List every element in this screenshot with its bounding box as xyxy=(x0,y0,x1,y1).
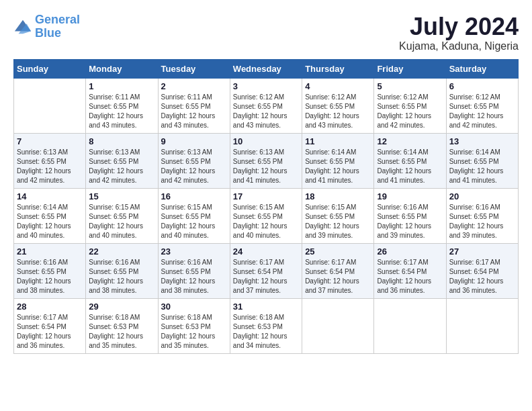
day-info: Sunrise: 6:14 AMSunset: 6:55 PMDaylight:… xyxy=(17,203,83,240)
day-number: 18 xyxy=(305,191,371,201)
calendar-cell: 24Sunrise: 6:17 AMSunset: 6:54 PMDayligh… xyxy=(230,243,302,298)
day-info: Sunrise: 6:13 AMSunset: 6:55 PMDaylight:… xyxy=(89,148,154,185)
calendar-header-row: SundayMondayTuesdayWednesdayThursdayFrid… xyxy=(14,59,519,78)
calendar-cell: 2Sunrise: 6:11 AMSunset: 6:55 PMDaylight… xyxy=(158,78,230,133)
day-number: 28 xyxy=(17,302,83,312)
calendar-cell xyxy=(374,298,446,353)
day-header-monday: Monday xyxy=(86,59,158,78)
day-header-saturday: Saturday xyxy=(446,59,518,78)
calendar-cell: 27Sunrise: 6:17 AMSunset: 6:54 PMDayligh… xyxy=(446,243,518,298)
day-header-sunday: Sunday xyxy=(14,59,86,78)
day-header-wednesday: Wednesday xyxy=(230,59,302,78)
day-number: 24 xyxy=(233,246,299,257)
day-info: Sunrise: 6:13 AMSunset: 6:55 PMDaylight:… xyxy=(17,148,83,185)
day-number: 10 xyxy=(233,136,299,146)
day-info: Sunrise: 6:14 AMSunset: 6:55 PMDaylight:… xyxy=(449,148,515,185)
day-number: 23 xyxy=(161,246,227,257)
calendar-week-5: 28Sunrise: 6:17 AMSunset: 6:54 PMDayligh… xyxy=(14,298,519,353)
calendar-week-2: 7Sunrise: 6:13 AMSunset: 6:55 PMDaylight… xyxy=(14,133,519,188)
day-number: 7 xyxy=(17,136,83,146)
calendar-cell: 15Sunrise: 6:15 AMSunset: 6:55 PMDayligh… xyxy=(86,188,158,243)
day-number: 13 xyxy=(449,136,515,146)
day-info: Sunrise: 6:12 AMSunset: 6:55 PMDaylight:… xyxy=(305,93,371,130)
calendar-cell: 17Sunrise: 6:15 AMSunset: 6:55 PMDayligh… xyxy=(230,188,302,243)
day-number: 31 xyxy=(233,302,299,312)
day-info: Sunrise: 6:15 AMSunset: 6:55 PMDaylight:… xyxy=(161,203,227,240)
calendar-cell: 31Sunrise: 6:18 AMSunset: 6:53 PMDayligh… xyxy=(230,298,302,353)
day-number: 3 xyxy=(233,81,299,91)
day-info: Sunrise: 6:15 AMSunset: 6:55 PMDaylight:… xyxy=(89,203,154,240)
day-info: Sunrise: 6:17 AMSunset: 6:54 PMDaylight:… xyxy=(377,258,443,295)
logo: General Blue xyxy=(13,13,80,40)
day-number: 11 xyxy=(305,136,371,146)
day-number: 5 xyxy=(377,81,443,91)
logo-text: General Blue xyxy=(35,13,80,40)
calendar-cell: 23Sunrise: 6:16 AMSunset: 6:55 PMDayligh… xyxy=(158,243,230,298)
day-number: 20 xyxy=(449,191,515,201)
calendar-cell: 11Sunrise: 6:14 AMSunset: 6:55 PMDayligh… xyxy=(302,133,374,188)
day-info: Sunrise: 6:12 AMSunset: 6:55 PMDaylight:… xyxy=(377,93,443,130)
day-info: Sunrise: 6:16 AMSunset: 6:55 PMDaylight:… xyxy=(17,258,83,295)
day-header-thursday: Thursday xyxy=(302,59,374,78)
day-number: 16 xyxy=(161,191,227,201)
calendar-table: SundayMondayTuesdayWednesdayThursdayFrid… xyxy=(13,59,519,354)
day-number: 12 xyxy=(377,136,443,146)
day-info: Sunrise: 6:17 AMSunset: 6:54 PMDaylight:… xyxy=(305,258,371,295)
calendar-cell: 16Sunrise: 6:15 AMSunset: 6:55 PMDayligh… xyxy=(158,188,230,243)
day-info: Sunrise: 6:16 AMSunset: 6:55 PMDaylight:… xyxy=(377,203,443,240)
location: Kujama, Kaduna, Nigeria xyxy=(399,40,519,52)
calendar-cell xyxy=(446,298,518,353)
calendar-cell: 10Sunrise: 6:13 AMSunset: 6:55 PMDayligh… xyxy=(230,133,302,188)
calendar-cell: 7Sunrise: 6:13 AMSunset: 6:55 PMDaylight… xyxy=(14,133,86,188)
calendar-cell: 1Sunrise: 6:11 AMSunset: 6:55 PMDaylight… xyxy=(86,78,158,133)
month-year: July 2024 xyxy=(399,13,519,40)
calendar-cell xyxy=(14,78,86,133)
calendar-cell: 3Sunrise: 6:12 AMSunset: 6:55 PMDaylight… xyxy=(230,78,302,133)
day-info: Sunrise: 6:18 AMSunset: 6:53 PMDaylight:… xyxy=(161,313,227,351)
calendar-cell xyxy=(302,298,374,353)
day-info: Sunrise: 6:13 AMSunset: 6:55 PMDaylight:… xyxy=(233,148,299,185)
day-number: 17 xyxy=(233,191,299,201)
day-number: 8 xyxy=(89,136,154,146)
calendar-cell: 22Sunrise: 6:16 AMSunset: 6:55 PMDayligh… xyxy=(86,243,158,298)
calendar-cell: 8Sunrise: 6:13 AMSunset: 6:55 PMDaylight… xyxy=(86,133,158,188)
calendar-cell: 28Sunrise: 6:17 AMSunset: 6:54 PMDayligh… xyxy=(14,298,86,353)
day-info: Sunrise: 6:18 AMSunset: 6:53 PMDaylight:… xyxy=(89,313,154,351)
day-info: Sunrise: 6:16 AMSunset: 6:55 PMDaylight:… xyxy=(449,203,515,240)
page-header: General Blue July 2024 Kujama, Kaduna, N… xyxy=(13,13,519,52)
calendar-cell: 26Sunrise: 6:17 AMSunset: 6:54 PMDayligh… xyxy=(374,243,446,298)
calendar-week-3: 14Sunrise: 6:14 AMSunset: 6:55 PMDayligh… xyxy=(14,188,519,243)
day-header-tuesday: Tuesday xyxy=(158,59,230,78)
calendar-week-1: 1Sunrise: 6:11 AMSunset: 6:55 PMDaylight… xyxy=(14,78,519,133)
calendar-week-4: 21Sunrise: 6:16 AMSunset: 6:55 PMDayligh… xyxy=(14,243,519,298)
day-info: Sunrise: 6:17 AMSunset: 6:54 PMDaylight:… xyxy=(17,313,83,351)
day-info: Sunrise: 6:16 AMSunset: 6:55 PMDaylight:… xyxy=(161,258,227,295)
day-info: Sunrise: 6:12 AMSunset: 6:55 PMDaylight:… xyxy=(449,93,515,130)
day-number: 14 xyxy=(17,191,83,201)
day-info: Sunrise: 6:14 AMSunset: 6:55 PMDaylight:… xyxy=(377,148,443,185)
day-number: 29 xyxy=(89,302,154,312)
day-number: 19 xyxy=(377,191,443,201)
calendar-cell: 6Sunrise: 6:12 AMSunset: 6:55 PMDaylight… xyxy=(446,78,518,133)
day-header-friday: Friday xyxy=(374,59,446,78)
day-info: Sunrise: 6:15 AMSunset: 6:55 PMDaylight:… xyxy=(233,203,299,240)
calendar-cell: 29Sunrise: 6:18 AMSunset: 6:53 PMDayligh… xyxy=(86,298,158,353)
day-number: 22 xyxy=(89,246,154,257)
day-info: Sunrise: 6:12 AMSunset: 6:55 PMDaylight:… xyxy=(233,93,299,130)
calendar-cell: 18Sunrise: 6:15 AMSunset: 6:55 PMDayligh… xyxy=(302,188,374,243)
calendar-cell: 13Sunrise: 6:14 AMSunset: 6:55 PMDayligh… xyxy=(446,133,518,188)
calendar-cell: 14Sunrise: 6:14 AMSunset: 6:55 PMDayligh… xyxy=(14,188,86,243)
day-info: Sunrise: 6:13 AMSunset: 6:55 PMDaylight:… xyxy=(161,148,227,185)
day-info: Sunrise: 6:14 AMSunset: 6:55 PMDaylight:… xyxy=(305,148,371,185)
day-number: 27 xyxy=(449,246,515,257)
day-number: 2 xyxy=(161,81,227,91)
logo-icon xyxy=(13,17,32,36)
day-number: 25 xyxy=(305,246,371,257)
day-info: Sunrise: 6:17 AMSunset: 6:54 PMDaylight:… xyxy=(233,258,299,295)
calendar-cell: 21Sunrise: 6:16 AMSunset: 6:55 PMDayligh… xyxy=(14,243,86,298)
calendar-cell: 4Sunrise: 6:12 AMSunset: 6:55 PMDaylight… xyxy=(302,78,374,133)
day-number: 15 xyxy=(89,191,154,201)
day-info: Sunrise: 6:11 AMSunset: 6:55 PMDaylight:… xyxy=(89,93,154,130)
calendar-cell: 30Sunrise: 6:18 AMSunset: 6:53 PMDayligh… xyxy=(158,298,230,353)
day-number: 9 xyxy=(161,136,227,146)
